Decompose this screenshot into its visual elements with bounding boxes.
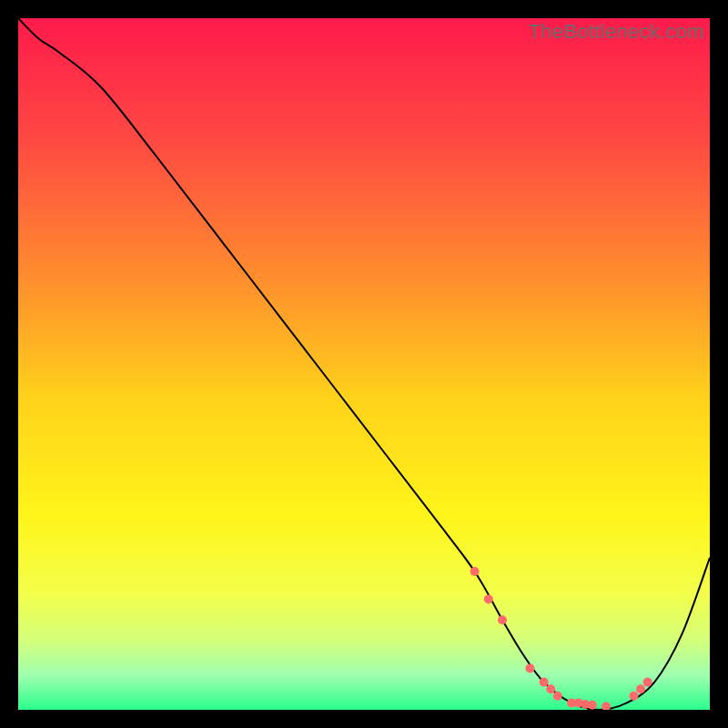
marker-point <box>636 684 645 693</box>
marker-point <box>484 594 493 603</box>
marker-point <box>525 663 534 672</box>
marker-point <box>470 567 480 576</box>
chart-svg <box>18 18 710 710</box>
chart-frame: TheBottleneck.com <box>18 18 710 710</box>
chart-background <box>18 18 710 710</box>
marker-point <box>498 615 507 624</box>
marker-point <box>546 684 555 693</box>
watermark-text: TheBottleneck.com <box>529 20 704 44</box>
marker-point <box>553 692 562 701</box>
marker-point <box>588 701 597 710</box>
marker-point <box>540 678 549 687</box>
marker-point <box>629 692 638 701</box>
marker-point <box>643 678 652 687</box>
